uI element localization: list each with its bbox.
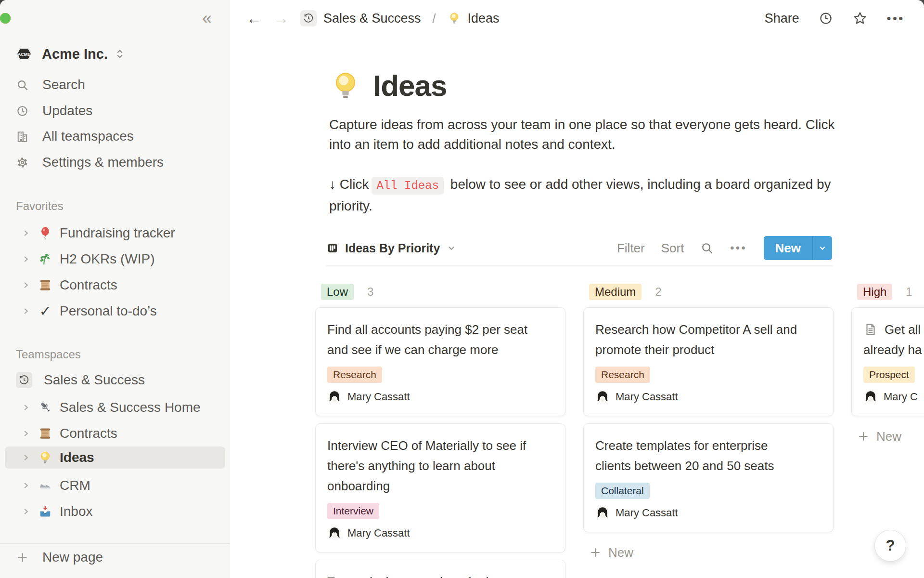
plus-icon [16,551,29,564]
sidebar-item-contracts-favorite[interactable]: Contracts [0,272,230,298]
column-badge-high[interactable]: High [857,284,892,300]
column-header: Low 3 [321,283,565,301]
chevron-right-icon[interactable] [22,507,30,516]
assignee-name: Mary Cassatt [616,507,678,519]
page-description[interactable]: Capture ideas from across your team in o… [329,115,835,154]
avatar [595,390,610,404]
page-icon-light-bulb[interactable] [330,70,361,102]
card-title-line: already ha [863,340,924,360]
chevron-right-icon[interactable] [22,229,30,237]
sidebar-item-inbox[interactable]: Inbox [0,499,230,525]
card-tag: Collateral [595,483,650,499]
chevron-right-icon[interactable] [22,281,30,289]
card-tag: Research [595,367,650,383]
new-item-dropdown[interactable] [812,236,832,260]
chevron-right-icon[interactable] [22,453,30,462]
view-switcher[interactable]: Ideas By Priority [327,241,456,255]
add-card-button[interactable]: New [857,428,924,445]
card-title: Interview CEO of Materially to see if th… [327,435,531,496]
clock-icon [16,105,29,118]
kanban-board: Low 3 Find all accounts paying $2 per se… [315,283,924,578]
card-tag: Research [327,367,382,383]
sidebar-item-search[interactable]: Search [0,72,230,98]
sidebar-item-sales-success-home[interactable]: Sales & Success Home [0,394,230,420]
chevron-right-icon[interactable] [22,255,30,263]
board-card[interactable]: Interview CEO of Materially to see if th… [315,423,565,552]
sneaker-icon [38,478,52,493]
assignee-name: Mary Cassatt [347,527,410,539]
board-column-low: Low 3 Find all accounts paying $2 per se… [315,283,565,578]
chevron-right-icon[interactable] [22,481,30,490]
sidebar-item-all-teamspaces[interactable]: All teamspaces [0,123,230,149]
new-item-button-group: New [764,236,832,260]
column-header: Medium 2 [589,283,834,301]
topbar-navigation: ← → Sales & Success / Ideas [246,0,500,37]
add-card-button[interactable]: New [589,544,834,561]
sidebar-item-contracts-teamspace[interactable]: Contracts [0,420,230,447]
breadcrumb-separator: / [433,12,436,26]
column-badge-low[interactable]: Low [321,284,354,300]
sidebar-divider [0,543,230,544]
card-assignee: Mary Cassatt [327,390,553,404]
plus-icon [857,430,870,443]
sidebar-item-label: Contracts [60,426,117,441]
column-badge-medium[interactable]: Medium [589,284,642,300]
more-icon[interactable]: ••• [730,242,747,254]
workspace-switcher[interactable]: ACME Acme Inc. [0,41,230,67]
filter-button[interactable]: Filter [617,241,645,256]
forward-icon[interactable]: → [273,11,289,26]
teamspaces-section-header[interactable]: Teamspaces [0,346,230,363]
add-card-label: New [608,545,633,560]
sidebar-item-settings[interactable]: Settings & members [0,149,230,175]
herb-icon [38,252,52,266]
board-card[interactable]: Research how Competitor A sell and promo… [583,307,834,416]
add-card-label: New [876,429,901,444]
back-icon[interactable]: ← [246,11,262,26]
new-item-button[interactable]: New [764,236,812,260]
chevron-right-icon[interactable] [22,307,30,315]
board-card[interactable]: Get all already ha Prospect Mary C [851,307,924,416]
new-page-button[interactable]: New page [0,544,230,570]
board-card[interactable]: Target design agencies who have [315,560,565,578]
sidebar-item-label: Inbox [60,504,93,519]
sort-button[interactable]: Sort [661,241,684,256]
app-window: « ACME Acme Inc. Search Updates [0,0,924,578]
breadcrumb-teamspace[interactable]: Sales & Success [300,10,421,26]
more-icon[interactable]: ••• [887,12,905,25]
help-button[interactable]: ? [874,530,906,562]
sidebar-item-fundraising-tracker[interactable]: Fundraising tracker [0,220,230,246]
sidebar-item-label: H2 OKRs (WIP) [60,251,155,267]
collapse-sidebar-icon[interactable]: « [196,7,218,30]
breadcrumb-page[interactable]: Ideas [448,11,500,26]
sidebar-item-label: All teamspaces [42,129,134,144]
sidebar-item-crm[interactable]: CRM [0,473,230,499]
sidebar-item-personal-todos[interactable]: ✓ Personal to-do’s [0,298,230,324]
card-title: Target design agencies who have [327,572,531,578]
chevron-right-icon[interactable] [22,429,30,438]
star-icon[interactable] [852,11,868,26]
sidebar-item-sales-success[interactable]: Sales & Success [0,367,230,393]
card-title: Create templates for enterprise clients … [595,435,799,476]
sidebar-item-updates[interactable]: Updates [0,98,230,124]
page-header: Ideas [330,68,447,103]
sidebar-item-h2-okrs[interactable]: H2 OKRs (WIP) [0,246,230,272]
chevron-right-icon[interactable] [22,403,30,412]
history-clock-icon[interactable] [819,11,833,26]
sidebar-item-label: Updates [42,103,92,118]
sidebar-item-ideas[interactable]: Ideas [5,447,225,469]
sidebar-item-label: Search [42,77,85,92]
card-title: already ha [863,340,922,360]
favorites-section-header[interactable]: Favorites [0,197,230,215]
clock-arrow-icon [16,372,32,388]
callout-text[interactable]: ↓ ClickAll Ideas below to see or add oth… [329,174,840,216]
board-card[interactable]: Create templates for enterprise clients … [583,423,834,532]
view-name: Ideas By Priority [345,241,440,255]
board-card[interactable]: Find all accounts paying $2 per seat and… [315,307,565,416]
page-title[interactable]: Ideas [373,68,447,103]
search-icon [16,79,29,92]
zoom-window-button[interactable] [0,13,11,24]
clock-arrow-icon [300,10,317,26]
share-button[interactable]: Share [765,11,799,26]
search-icon[interactable] [700,241,714,255]
teamspaces-section-label: Teamspaces [16,348,81,361]
